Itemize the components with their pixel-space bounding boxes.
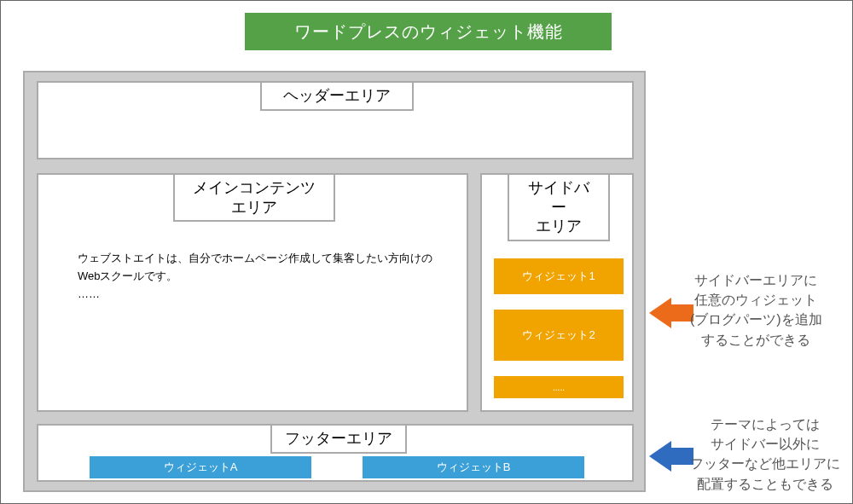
footer-area: フッターエリア ウィジェットA ウィジェットB <box>37 424 634 482</box>
footer-widget-b: ウィジェットB <box>363 456 584 478</box>
layout-wireframe: ヘッダーエリア メインコンテンツエリア ウェブストエイトは、自分でホームページ作… <box>23 71 646 492</box>
sidebar-widget-more: ..... <box>494 376 624 398</box>
title-banner: ワードプレスのウィジェット機能 <box>245 13 612 50</box>
annotation-sidebar: サイドバーエリアに任意のウィジェット(ブログパーツ)を追加することができる <box>690 270 822 350</box>
arrow-head-icon <box>649 298 671 328</box>
header-area-label: ヘッダーエリア <box>260 81 414 111</box>
main-content-area: メインコンテンツエリア ウェブストエイトは、自分でホームページ作成して集客したい… <box>37 173 468 412</box>
main-text-line2: …… <box>78 287 100 300</box>
main-sample-text: ウェブストエイトは、自分でホームページ作成して集客したい方向けのWebスクールで… <box>78 250 436 303</box>
main-text-line1: ウェブストエイトは、自分でホームページ作成して集客したい方向けのWebスクールで… <box>78 252 432 282</box>
main-area-label: メインコンテンツエリア <box>173 173 335 222</box>
annotation-footer: テーマによってはサイドバー以外にフッターなど他エリアに配置することもできる <box>690 414 840 494</box>
arrow-blue-icon <box>649 441 693 472</box>
footer-area-label: フッターエリア <box>270 424 407 454</box>
footer-widget-a: ウィジェットA <box>90 456 311 478</box>
sidebar-area: サイドバーエリア ウィジェット1 ウィジェット2 ..... <box>480 173 634 412</box>
sidebar-area-label: サイドバーエリア <box>508 173 610 241</box>
arrow-head-icon <box>649 441 671 472</box>
arrow-orange-icon <box>649 298 693 328</box>
header-area: ヘッダーエリア <box>37 81 634 159</box>
sidebar-widget-1: ウィジェット1 <box>494 258 624 294</box>
sidebar-widget-2: ウィジェット2 <box>494 310 624 361</box>
